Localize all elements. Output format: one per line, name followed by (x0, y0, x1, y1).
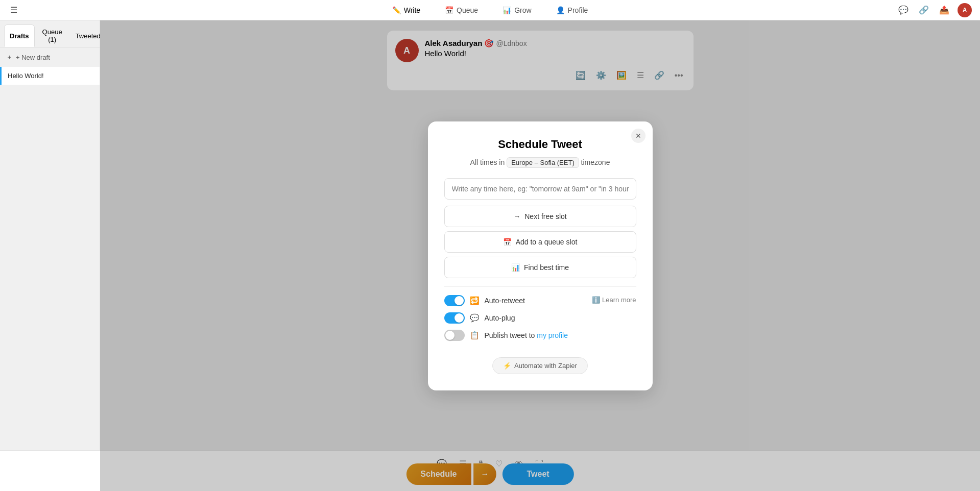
nav-center: ✏️ Write 📅 Queue 📊 Grow 👤 Profile (388, 4, 592, 16)
nav-queue[interactable]: 📅 Queue (441, 4, 482, 16)
calendar-icon: 📅 (503, 238, 512, 246)
nav-profile[interactable]: 👤 Profile (552, 4, 592, 16)
toggle-knob-2 (455, 313, 464, 323)
arrow-right-icon: → (513, 212, 520, 220)
sidebar-toggle-button[interactable]: ☰ (8, 3, 19, 17)
toggle-rows-left: 🔁 Auto-retweet 💬 Auto-plug (444, 295, 592, 347)
auto-retweet-row: 🔁 Auto-retweet (444, 295, 592, 306)
auto-plug-row: 💬 Auto-plug (444, 312, 592, 324)
subtitle-prefix: All times in (470, 158, 505, 166)
nav-write-label: Write (404, 6, 420, 14)
next-free-slot-button[interactable]: → Next free slot (444, 206, 636, 227)
new-draft-button[interactable]: ＋ + New draft (0, 47, 100, 67)
draft-item[interactable]: Hello World! (0, 67, 100, 85)
learn-more-link[interactable]: ℹ️ Learn more (592, 296, 636, 304)
link-icon-btn[interactable]: 🔗 (917, 3, 931, 17)
profile-icon: 👤 (556, 6, 565, 14)
nav-profile-label: Profile (568, 6, 588, 14)
publish-tweet-row: 📋 Publish tweet to my profile (444, 330, 592, 341)
grow-icon: 📊 (503, 6, 511, 14)
find-best-time-button[interactable]: 📊 Find best time (444, 257, 636, 278)
chart-icon: 📊 (511, 263, 520, 272)
plus-icon: ＋ (6, 53, 13, 62)
share-icon-btn[interactable]: 📤 (937, 3, 951, 17)
nav-queue-label: Queue (457, 6, 478, 14)
auto-retweet-label: Auto-retweet (485, 297, 525, 305)
zapier-label: Automate with Zapier (514, 362, 577, 370)
nav-right: 💬 🔗 📤 A (896, 3, 972, 17)
nav-write[interactable]: ✏️ Write (388, 4, 424, 16)
info-icon: ℹ️ (592, 296, 600, 304)
write-icon: ✏️ (392, 6, 401, 14)
top-nav: ☰ ✏️ Write 📅 Queue 📊 Grow 👤 Profile 💬 🔗 … (0, 0, 980, 20)
main-layout: Drafts Queue (1) Tweeted ＋ + New draft H… (0, 0, 980, 491)
time-input[interactable] (444, 178, 636, 200)
modal-close-button[interactable]: ✕ (631, 129, 646, 143)
new-draft-label: + New draft (16, 54, 50, 61)
publish-icon: 📋 (470, 331, 480, 340)
zapier-button[interactable]: ⚡ Automate with Zapier (492, 357, 588, 374)
next-free-slot-label: Next free slot (524, 212, 566, 220)
schedule-modal: ✕ Schedule Tweet All times in Europe – S… (428, 121, 653, 390)
sidebar-tabs: Drafts Queue (1) Tweeted (0, 20, 100, 47)
publish-label: Publish tweet to my profile (485, 331, 568, 339)
nav-left: ☰ (8, 3, 19, 17)
queue-icon: 📅 (445, 6, 453, 14)
user-avatar[interactable]: A (958, 3, 972, 17)
add-to-queue-button[interactable]: 📅 Add to a queue slot (444, 231, 636, 253)
toggles-section: 🔁 Auto-retweet 💬 Auto-plug (444, 286, 636, 347)
toggle-row-right: 🔁 Auto-retweet 💬 Auto-plug (444, 295, 636, 347)
auto-retweet-toggle[interactable] (444, 295, 465, 306)
plug-icon: 💬 (470, 313, 480, 323)
modal-overlay: ✕ Schedule Tweet All times in Europe – S… (100, 20, 980, 491)
toggle-knob (455, 296, 464, 305)
zapier-icon: ⚡ (503, 362, 511, 370)
chat-icon-btn[interactable]: 💬 (896, 3, 911, 17)
auto-plug-label: Auto-plug (485, 314, 515, 322)
learn-more-label: Learn more (602, 296, 636, 304)
sidebar: Drafts Queue (1) Tweeted ＋ + New draft H… (0, 20, 100, 491)
my-profile-link[interactable]: my profile (537, 331, 568, 339)
modal-title: Schedule Tweet (444, 138, 636, 151)
tab-queue[interactable]: Queue (1) (37, 24, 68, 47)
subtitle-suffix: timezone (581, 158, 610, 166)
nav-grow-label: Grow (514, 6, 531, 14)
timezone-badge[interactable]: Europe – Sofia (EET) (507, 157, 579, 168)
toggle-knob-3 (445, 331, 455, 340)
queue-slot-label: Add to a queue slot (516, 238, 578, 246)
best-time-label: Find best time (524, 263, 569, 272)
main-content: A Alek Asaduryan 🎯 @Ldnbox Hello World! … (100, 20, 980, 491)
publish-toggle[interactable] (444, 330, 465, 341)
auto-plug-toggle[interactable] (444, 312, 465, 324)
tab-drafts[interactable]: Drafts (4, 24, 35, 47)
modal-subtitle: All times in Europe – Sofia (EET) timezo… (444, 157, 636, 168)
nav-grow[interactable]: 📊 Grow (498, 4, 535, 16)
retweet-icon: 🔁 (470, 296, 480, 305)
